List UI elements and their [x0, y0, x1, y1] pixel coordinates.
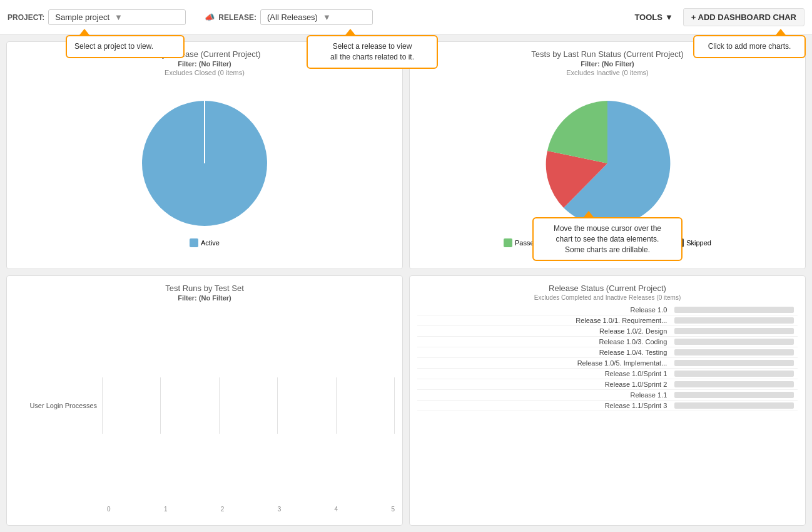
- x-label-4: 4: [335, 506, 338, 513]
- tooltip-chart-hover: Move the mouse cursor over thechart to s…: [532, 217, 683, 261]
- project-label: PROJECT:: [8, 13, 44, 22]
- bar-group: [102, 377, 395, 434]
- release-row-bar: [674, 402, 794, 409]
- tooltip-add-chart: Click to add more charts.: [693, 35, 806, 58]
- release-row-bar: [674, 307, 794, 313]
- main-content: ... by Release (Current Project) Filter:…: [0, 35, 812, 532]
- release-row-label: Release 1.0/2. Design: [417, 325, 671, 336]
- chart-by-release: ... by Release (Current Project) Filter:…: [6, 41, 403, 269]
- release-row-label: Release 1.0/3. Coding: [417, 336, 671, 347]
- x-label-0: 0: [107, 506, 111, 513]
- release-table-row: Release 1.0/4. Testing: [417, 347, 798, 357]
- bar-row: User Login Processes: [14, 308, 395, 503]
- release-row-bar: [674, 339, 794, 345]
- chart-release-status: Release Status (Current Project) Exclude…: [409, 275, 806, 526]
- release-row-bar: [674, 317, 794, 324]
- release-table-row: Release 1.1: [417, 389, 798, 400]
- chart3-filter: Filter: (No Filter): [178, 294, 231, 302]
- release-row-label: Release 1.0/Sprint 2: [417, 379, 671, 389]
- legend-label-skipped: Skipped: [686, 239, 711, 247]
- release-row-label: Release 1.0/4. Testing: [417, 347, 671, 357]
- release-row-bar: [674, 328, 794, 334]
- release-row-label: Release 1.0: [417, 305, 671, 315]
- chart-test-runs: Test Runs by Test Set Filter: (No Filter…: [6, 275, 403, 526]
- x-label-3: 3: [278, 506, 282, 513]
- bar-row-label: User Login Processes: [14, 402, 102, 409]
- chart2-pie-container: Move the mouse cursor over thechart to s…: [504, 81, 711, 261]
- add-dashboard-chart-button[interactable]: + ADD DASHBOARD CHAR: [683, 8, 804, 26]
- chart2-title: Tests by Last Run Status (Current Projec…: [531, 49, 683, 59]
- project-select[interactable]: Sample project ▼: [48, 9, 186, 25]
- x-label-1: 1: [164, 506, 168, 513]
- release-row-bar-cell: [671, 336, 798, 347]
- chart4-excludes: Excludes Completed and Inactive Releases…: [534, 294, 681, 301]
- chart1-legend: Active: [190, 238, 220, 247]
- release-dropdown-arrow: ▼: [323, 13, 331, 22]
- release-row-bar-cell: [671, 379, 798, 389]
- legend-color-passed: [504, 238, 512, 247]
- release-row-bar-cell: [671, 389, 798, 400]
- release-icon: 📣: [205, 13, 215, 22]
- project-dropdown-arrow: ▼: [114, 13, 123, 22]
- release-table-row: Release 1.0/1. Requirement...: [417, 315, 798, 325]
- chart2-pie-svg: [539, 95, 676, 232]
- chart-by-last-run: Tests by Last Run Status (Current Projec…: [409, 41, 806, 269]
- x-labels-row: 0 1 2 3 4 5: [107, 503, 395, 513]
- legend-label-active: Active: [201, 239, 220, 247]
- release-select[interactable]: (All Releases) ▼: [260, 9, 373, 25]
- tools-button[interactable]: TOOLS ▼: [634, 13, 672, 22]
- project-value: Sample project: [55, 13, 109, 22]
- release-row-label: Release 1.0/5. Implementat...: [417, 357, 671, 368]
- charts-row-1: ... by Release (Current Project) Filter:…: [6, 41, 806, 269]
- release-row-label: Release 1.0/Sprint 1: [417, 368, 671, 379]
- release-label: RELEASE:: [218, 13, 256, 22]
- legend-active: Active: [190, 238, 220, 247]
- release-table-row: Release 1.0/Sprint 1: [417, 368, 798, 379]
- release-row-bar: [674, 392, 794, 398]
- grid-lines: [102, 377, 395, 434]
- release-status-table: Release 1.0Release 1.0/1. Requirement...…: [417, 305, 798, 411]
- release-row-bar-cell: [671, 315, 798, 325]
- tools-arrow-icon: ▼: [665, 13, 673, 22]
- chart1-filter: Filter: (No Filter): [178, 60, 231, 68]
- x-label-2: 2: [221, 506, 225, 513]
- bar-chart-inner: [102, 377, 395, 434]
- release-row-bar: [674, 381, 794, 387]
- chart1-excludes: Excludes Closed (0 items): [165, 69, 245, 76]
- release-section: 📣 RELEASE: (All Releases) ▼: [205, 9, 373, 25]
- chart4-title: Release Status (Current Project): [549, 284, 666, 293]
- release-row-bar-cell: [671, 400, 798, 411]
- tools-label: TOOLS: [634, 13, 662, 22]
- release-row-label: Release 1.1: [417, 389, 671, 400]
- chart2-filter: Filter: (No Filter): [581, 60, 634, 68]
- release-table-row: Release 1.0/5. Implementat...: [417, 357, 798, 368]
- add-chart-label: + ADD DASHBOARD CHAR: [691, 13, 796, 22]
- charts-row-2: Test Runs by Test Set Filter: (No Filter…: [6, 275, 806, 526]
- release-row-bar-cell: [671, 325, 798, 336]
- release-row-label: Release 1.0/1. Requirement...: [417, 315, 671, 325]
- release-table-row: Release 1.0/Sprint 2: [417, 379, 798, 389]
- chart3-title: Test Runs by Test Set: [165, 284, 244, 293]
- release-table-row: Release 1.1/Sprint 3: [417, 400, 798, 411]
- release-table-row: Release 1.0: [417, 305, 798, 315]
- release-table-row: Release 1.0/2. Design: [417, 325, 798, 336]
- bar-chart-area: User Login Processes: [14, 308, 395, 513]
- release-row-bar: [674, 349, 794, 356]
- release-row-label: Release 1.1/Sprint 3: [417, 400, 671, 411]
- release-table-row: Release 1.0/3. Coding: [417, 336, 798, 347]
- release-value: (All Releases): [267, 13, 318, 22]
- header-right: TOOLS ▼ + ADD DASHBOARD CHAR: [634, 8, 804, 26]
- release-row-bar-cell: [671, 347, 798, 357]
- chart2-excludes: Excludes Inactive (0 items): [566, 69, 648, 76]
- chart1-pie-container: Active: [136, 81, 273, 261]
- release-row-bar-cell: [671, 368, 798, 379]
- legend-color-active: [190, 238, 198, 247]
- header: PROJECT: Sample project ▼ 📣 RELEASE: (Al…: [0, 0, 812, 35]
- release-row-bar: [674, 360, 794, 366]
- release-row-bar-cell: [671, 357, 798, 368]
- release-row-bar: [674, 371, 794, 377]
- tooltip-release: Select a release to viewall the charts r…: [307, 35, 438, 69]
- chart1-pie-svg: [136, 95, 273, 232]
- x-label-5: 5: [391, 506, 395, 513]
- tooltip-project: Select a project to view.: [66, 35, 185, 58]
